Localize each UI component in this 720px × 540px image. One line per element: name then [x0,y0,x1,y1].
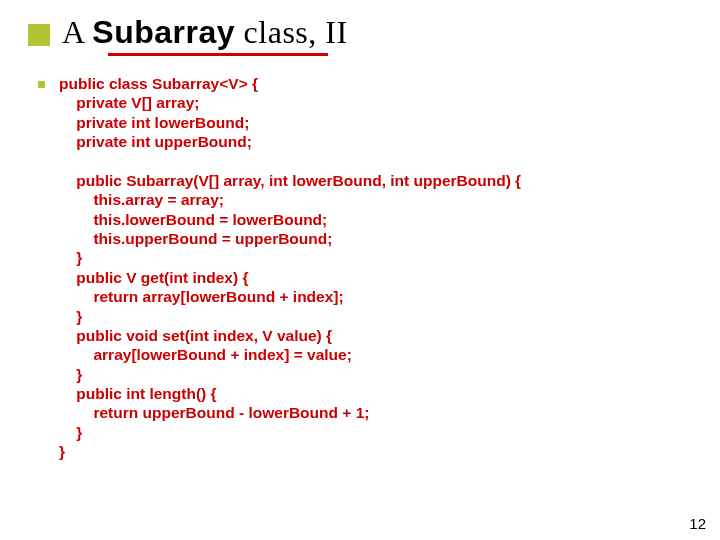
code-line: this.array = array; [59,191,224,208]
code-line: public class Subarray<V> { [59,75,258,92]
code-line: public void set(int index, V value) { [59,327,332,344]
bullet-square-icon [38,81,45,88]
code-line: public V get(int index) { [59,269,248,286]
slide: A Subarray class, II public class Subarr… [0,0,720,540]
title-suffix: class, II [235,14,348,50]
title-bullet-square-icon [28,24,50,46]
code-line: private int upperBound; [59,133,252,150]
code-line: } [59,366,82,383]
code-line: public int length() { [59,385,217,402]
slide-body: public class Subarray<V> { private V[] a… [0,56,720,462]
code-line: array[lowerBound + index] = value; [59,346,352,363]
code-line: } [59,443,65,460]
title-prefix: A [62,14,92,50]
code-line: this.upperBound = upperBound; [59,230,332,247]
code-line: public Subarray(V[] array, int lowerBoun… [59,172,521,189]
title-row: A Subarray class, II [0,0,720,51]
code-line: } [59,424,82,441]
bullet-row: public class Subarray<V> { private V[] a… [38,74,700,462]
code-line: private int lowerBound; [59,114,249,131]
code-line: } [59,308,82,325]
page-number: 12 [689,515,706,532]
code-line: this.lowerBound = lowerBound; [59,211,327,228]
code-line: } [59,249,82,266]
title-bold: Subarray [92,14,235,50]
code-line: return upperBound - lowerBound + 1; [59,404,369,421]
code-block: public class Subarray<V> { private V[] a… [59,74,521,462]
code-line: return array[lowerBound + index]; [59,288,344,305]
slide-title: A Subarray class, II [62,14,348,51]
code-line: private V[] array; [59,94,199,111]
